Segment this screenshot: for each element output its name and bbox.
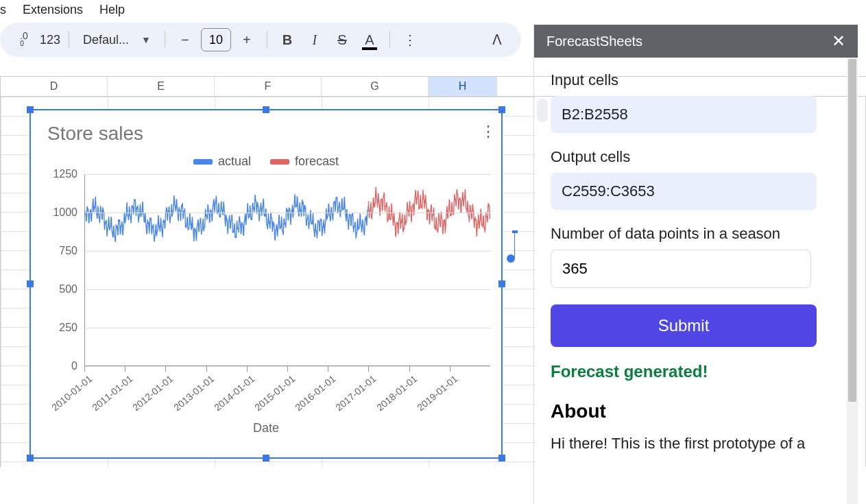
number-format-button[interactable]: 123	[40, 33, 60, 47]
input-cells-field[interactable]: B2:B2558	[551, 96, 817, 133]
gridline	[84, 174, 490, 175]
font-name-label: Defaul...	[83, 33, 129, 47]
chart-series	[84, 174, 490, 366]
font-size-input[interactable]: 10	[201, 28, 231, 51]
sidepanel-header: ForecastSheets ✕	[534, 25, 858, 58]
bold-button[interactable]: B	[276, 28, 299, 51]
text-color-glyph: A	[365, 32, 374, 48]
menu-bar: s Extensions Help	[0, 0, 866, 23]
y-tick-label: 500	[47, 283, 77, 296]
x-tick	[409, 366, 410, 372]
col-header-e[interactable]: E	[108, 77, 215, 96]
italic-button[interactable]: I	[303, 28, 326, 51]
close-icon[interactable]: ✕	[832, 32, 845, 51]
collapse-toolbar-button[interactable]: ᐱ	[485, 28, 509, 51]
col-header-g[interactable]: G	[322, 77, 429, 96]
series-path	[84, 194, 368, 242]
series-path	[368, 187, 490, 237]
decrease-font-button[interactable]: −	[173, 28, 197, 51]
toolbar-separator	[69, 31, 69, 49]
formatting-toolbar: .00 123 Defaul... ▼ − 10 + B I S A ⋮ ᐱ	[0, 23, 521, 57]
legend-label: actual	[218, 154, 251, 169]
chart-legend: actual forecast	[47, 154, 485, 169]
col-header-f[interactable]: F	[215, 77, 322, 96]
menu-item-partial[interactable]: s	[0, 3, 6, 17]
col-header-h[interactable]: H	[429, 77, 497, 96]
about-heading: About	[551, 400, 841, 422]
season-input[interactable]	[551, 250, 811, 288]
text-color-button[interactable]: A	[358, 28, 381, 51]
input-cells-label: Input cells	[551, 71, 841, 89]
sidepanel-title: ForecastSheets	[546, 34, 642, 49]
about-text: Hi there! This is the first prototype of…	[551, 433, 841, 455]
gridline	[84, 251, 490, 252]
x-axis-label: Date	[47, 421, 485, 435]
col-header-d[interactable]: D	[1, 77, 108, 96]
y-tick-label: 0	[47, 360, 77, 372]
toolbar-separator	[267, 31, 267, 49]
legend-item-forecast: forecast	[270, 154, 339, 169]
chart-menu-button[interactable]: ⋮	[481, 123, 496, 141]
submit-button[interactable]: Submit	[551, 304, 817, 347]
more-formatting-button[interactable]: ⋮	[398, 28, 422, 51]
sidepanel-scrollbar[interactable]	[847, 58, 858, 504]
gridline	[84, 289, 490, 290]
chart-anchor-handle[interactable]	[507, 254, 515, 263]
legend-swatch	[193, 159, 213, 165]
legend-swatch	[270, 159, 289, 165]
x-tick	[84, 366, 85, 372]
toolbar-separator	[389, 31, 390, 49]
y-tick-label: 1000	[47, 206, 77, 219]
x-tick	[206, 366, 207, 372]
toolbar-separator	[165, 31, 165, 49]
season-label: Number of data points in a season	[551, 225, 841, 243]
increase-font-button[interactable]: +	[235, 28, 258, 51]
chart-anchor-indicator	[514, 232, 515, 257]
menu-item-help[interactable]: Help	[99, 3, 125, 17]
chevron-down-icon: ▼	[141, 34, 151, 45]
status-message: Forecast generated!	[551, 362, 841, 381]
gridline	[84, 328, 490, 328]
x-tick	[328, 366, 328, 372]
forecastsheets-sidepanel: ForecastSheets ✕ Input cells B2:B2558 Ou…	[533, 25, 858, 504]
font-family-select[interactable]: Defaul... ▼	[77, 33, 156, 47]
x-tick	[450, 366, 450, 372]
chart-title: Store sales	[47, 123, 485, 145]
sidepanel-body: Input cells B2:B2558 Output cells C2559:…	[534, 58, 858, 504]
strikethrough-button[interactable]: S	[330, 28, 354, 51]
embedded-chart[interactable]: Store sales ⋮ actual forecast	[29, 109, 503, 459]
legend-label: forecast	[295, 154, 339, 169]
scrollbar-thumb[interactable]	[848, 59, 856, 402]
x-tick	[125, 366, 125, 372]
output-cells-field[interactable]: C2559:C3653	[551, 173, 817, 210]
x-tick	[368, 366, 369, 372]
output-cells-label: Output cells	[551, 148, 841, 166]
y-tick-label: 250	[47, 322, 77, 334]
chart-plot-area: 0250500750100012502010-01-012011-01-0120…	[51, 174, 490, 366]
x-tick	[287, 366, 288, 372]
legend-item-actual: actual	[193, 154, 251, 169]
gridline	[84, 213, 490, 213]
text-color-swatch	[362, 47, 377, 50]
x-tick	[247, 366, 248, 372]
x-tick	[165, 366, 166, 372]
chart-anchor-indicator	[512, 230, 518, 233]
decimal-places-button[interactable]: .00	[12, 28, 36, 51]
y-tick-label: 750	[47, 245, 77, 257]
y-tick-label: 1250	[47, 168, 77, 180]
menu-item-extensions[interactable]: Extensions	[23, 3, 83, 17]
